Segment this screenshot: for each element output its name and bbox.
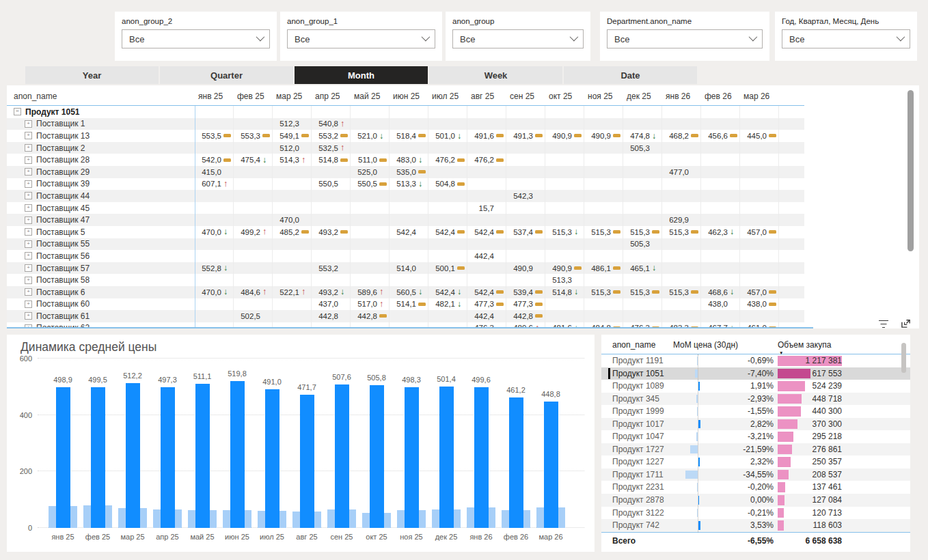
matrix-cell[interactable]: 457,0	[740, 286, 779, 298]
matrix-row-supplier[interactable]: +Поставщик 2512,0532,5↑505,3	[7, 142, 804, 154]
matrix-row-supplier[interactable]: +Поставщик 47470,0629,9	[7, 214, 804, 226]
matrix-month-header[interactable]: янв 25	[195, 92, 234, 105]
matrix-month-header[interactable]: апр 25	[312, 92, 351, 105]
expand-icon[interactable]: +	[25, 120, 32, 128]
filter-dropdown[interactable]: Все	[607, 29, 763, 48]
matrix-month-header[interactable]: окт 25	[545, 92, 584, 105]
matrix-row-header[interactable]: +Поставщик 60	[7, 298, 195, 311]
matrix-cell[interactable]: 501,0↓	[428, 130, 467, 142]
matrix-cell[interactable]: 437,0	[312, 298, 351, 311]
matrix-row-header[interactable]: +Поставщик 39	[7, 178, 195, 191]
matrix-cell[interactable]: 517,0↑	[351, 298, 390, 311]
matrix-cell[interactable]: 552,8↓	[195, 262, 234, 275]
matrix-cell[interactable]: 470,0	[273, 214, 312, 226]
matrix-row-supplier[interactable]: +Поставщик 60437,0517,0↑514,1482,1↓477,3…	[7, 298, 804, 311]
matrix-cell[interactable]: 514,0	[390, 262, 428, 275]
matrix-cell[interactable]: 532,5↑	[312, 142, 351, 154]
matrix-cell[interactable]: 477,3	[467, 298, 506, 311]
price-bar[interactable]	[161, 387, 175, 528]
matrix-row-header[interactable]: +Поставщик 57	[7, 262, 195, 275]
matrix-cell[interactable]: 483,0↓	[390, 154, 428, 166]
expand-icon[interactable]: +	[25, 132, 32, 139]
matrix-row-supplier[interactable]: +Поставщик 28542,0475,4↓514,3↑514,8511,0…	[7, 154, 804, 166]
matrix-cell[interactable]: 522,1↑	[273, 286, 312, 298]
table-row[interactable]: Продукт 1711-34,55%208 537	[601, 468, 910, 481]
matrix-row-header[interactable]: +Поставщик 2	[7, 142, 195, 154]
matrix-cell[interactable]: 553,5	[195, 130, 234, 142]
matrix-cell[interactable]: 491,3	[506, 130, 545, 142]
tab-quarter[interactable]: Quarter	[160, 66, 293, 84]
matrix-cell[interactable]: 512,3	[273, 118, 312, 130]
matrix-cell[interactable]: 518,4	[390, 130, 428, 142]
matrix-cell[interactable]: 542,4	[467, 286, 506, 298]
matrix-row-supplier[interactable]: +Поставщик 44542,3	[7, 190, 804, 202]
price-bar[interactable]	[91, 387, 105, 528]
filter-dropdown[interactable]: Все	[452, 29, 584, 48]
column-header-mom[interactable]: MoM цена (30дн)	[673, 340, 738, 350]
expand-icon[interactable]: +	[25, 312, 32, 320]
matrix-cell[interactable]: 415,0	[195, 166, 234, 178]
matrix-cell[interactable]: 438,0	[701, 298, 740, 311]
matrix-id-column-header[interactable]: anon_name	[7, 92, 195, 105]
matrix-cell[interactable]: 482,1↓	[428, 298, 467, 311]
matrix-cell[interactable]: 468,6↓	[701, 286, 740, 298]
matrix-cell[interactable]: 438,0	[740, 298, 779, 311]
matrix-cell[interactable]: 490,9	[545, 130, 584, 142]
matrix-row-header[interactable]: +Поставщик 45	[7, 202, 195, 214]
filter-dropdown[interactable]: Все	[287, 29, 435, 48]
matrix-month-header[interactable]: дек 25	[623, 92, 662, 105]
matrix-month-header[interactable]: июн 25	[390, 92, 428, 105]
matrix-cell[interactable]: 550,5	[312, 178, 351, 191]
matrix-row-header[interactable]: +Поставщик 6	[7, 286, 195, 298]
table-row[interactable]: Продукт 1191-0,69%1 217 381	[601, 354, 910, 367]
expand-icon[interactable]: +	[25, 156, 32, 164]
price-bar[interactable]	[230, 381, 245, 528]
matrix-row-supplier[interactable]: +Поставщик 5470,0↓499,2↑485,2493,2542,45…	[7, 226, 804, 238]
matrix-cell[interactable]: 490,9	[545, 262, 584, 275]
tab-month[interactable]: Month	[295, 66, 428, 84]
matrix-cell[interactable]: 505,3	[623, 142, 662, 154]
matrix-cell[interactable]: 542,4↓	[428, 286, 467, 298]
collapse-icon[interactable]: −	[14, 108, 21, 115]
matrix-cell[interactable]: 512,0	[273, 142, 312, 154]
expand-icon[interactable]: +	[25, 288, 32, 296]
table-scrollbar-thumb[interactable]	[901, 343, 906, 373]
matrix-row-supplier[interactable]: +Поставщик 61502,5442,8442,8442,4442,8	[7, 310, 804, 322]
matrix-cell[interactable]: 513,3	[545, 274, 584, 286]
matrix-cell[interactable]: 442,4	[467, 250, 506, 262]
matrix-cell[interactable]: 465,1↓	[623, 262, 662, 275]
matrix-cell[interactable]: 15,7	[467, 202, 506, 214]
matrix-cell[interactable]: 490,9	[584, 130, 623, 142]
expand-icon[interactable]: +	[25, 180, 32, 188]
matrix-row-header[interactable]: +Поставщик 47	[7, 214, 195, 226]
matrix-row-header[interactable]: +Поставщик 61	[7, 310, 195, 322]
tab-year[interactable]: Year	[25, 66, 159, 84]
table-row[interactable]: Продукт 28780,00%127 084	[601, 494, 910, 507]
matrix-cell[interactable]: 476,2	[428, 154, 467, 166]
matrix-row-header[interactable]: +Поставщик 29	[7, 166, 195, 178]
matrix-cell[interactable]: 542,3	[506, 190, 545, 202]
price-bar[interactable]	[56, 387, 70, 528]
matrix-cell[interactable]: 549,1	[273, 130, 312, 142]
price-bar[interactable]	[405, 387, 419, 528]
price-bar[interactable]	[195, 384, 210, 528]
matrix-row-header[interactable]: +Поставщик 5	[7, 226, 195, 238]
matrix-cell[interactable]: 515,3	[584, 226, 623, 238]
matrix-cell[interactable]: 442,8	[312, 310, 351, 322]
matrix-row-supplier[interactable]: +Поставщик 39607,1↑550,5550,5513,3↓504,8	[7, 178, 804, 191]
matrix-cell[interactable]: 537,4	[506, 226, 545, 238]
matrix-month-header[interactable]: июл 25	[428, 92, 467, 105]
matrix-cell[interactable]: 607,1↑	[195, 178, 234, 191]
matrix-cell[interactable]: 490,9	[506, 262, 545, 275]
matrix-cell[interactable]: 445,0	[740, 130, 779, 142]
matrix-cell[interactable]: 442,8	[351, 310, 390, 322]
price-bar[interactable]	[126, 383, 140, 528]
matrix-cell[interactable]: 476,2	[467, 154, 506, 166]
filter-icon[interactable]	[878, 319, 889, 328]
matrix-cell[interactable]: 515,3	[662, 226, 701, 238]
matrix-cell[interactable]: 462,3↓	[701, 226, 740, 238]
matrix-row-header[interactable]: +Поставщик 13	[7, 130, 195, 142]
matrix-row-supplier[interactable]: +Поставщик 4515,7	[7, 202, 804, 214]
matrix-row-header[interactable]: +Поставщик 55	[7, 238, 195, 251]
expand-icon[interactable]: +	[25, 204, 32, 212]
